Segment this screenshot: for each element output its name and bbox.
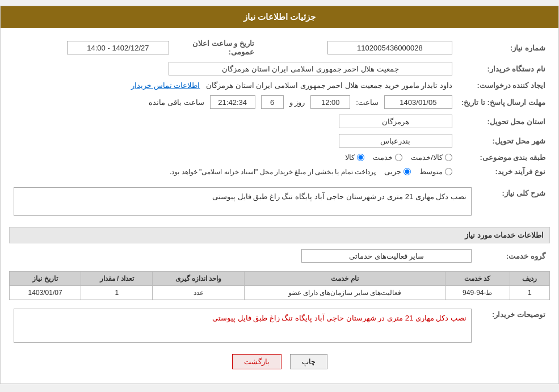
col-kod: کد خدمت [445,272,510,286]
tosifat-label: توصیحات خریدار: [476,306,550,345]
mohlat-label: مهلت ارسال پاسخ: تا تاریخ: [457,92,550,112]
radio-motavasset[interactable] [445,168,452,175]
shahr-value: بندرعباس [339,134,452,147]
radio-jozi-label: جزیی [384,167,401,176]
col-tedad: تعداد / مقدار [81,272,153,286]
radio-kala-khadamat[interactable] [445,154,452,161]
tarikh-aalan-value: 1402/12/27 - 14:00 [67,41,169,54]
ostan-value: هرمزگان [339,115,452,128]
eijad-konande-link[interactable]: اطلاعات تماس خریدار [131,81,200,90]
radio-motavasset-label: متوسط [419,167,443,176]
saat-value: 12:00 [310,95,350,109]
tarikh-aalan-label: تاریخ و ساعت اعلان عمومی: [174,36,259,59]
shomare-niaz-value: 1102005436000028 [327,41,452,54]
radio-kala[interactable] [357,154,364,161]
table-row: 1 ط-94-949 فعالیت‌های سایر سازمان‌های دا… [10,286,550,300]
col-name: نام خدمت [244,272,445,286]
rooz-label: روز و [289,98,305,107]
row-radif: 1 [510,286,549,300]
tosifat-value: نصب دکل مهاری 21 متری در شهرستان حاجی آب… [14,309,472,343]
col-vahed: واحد اندازه گیری [153,272,245,286]
eijad-konande-value: داود تابدار مامور خرید جمعیت هلال احمر ج… [206,81,452,90]
page-title: جزئیات اطلاعات نیاز [1,6,558,28]
gorohe-khadamat-label: گروه خدمت: [476,246,550,265]
back-button[interactable]: بازگشت [232,354,281,369]
radio-khadamat[interactable] [395,154,402,161]
gorohe-khadamat-value: سایر فعالیت‌های خدماتی [301,249,472,263]
saat-label: ساعت: [356,98,379,107]
noe-farayand-label: نوع فرآیند خرید: [457,165,550,179]
print-button[interactable]: چاپ [290,354,327,369]
eijad-konande-label: ایجاد کننده درخواست: [457,78,550,92]
row-name: فعالیت‌های سایر سازمان‌های دارای عضو [244,286,445,300]
radio-khadamat-label: خدمت [373,153,393,162]
sharh-value: نصب دکل مهاری 21 متری در شهرستان حاجی آب… [14,187,472,216]
nam-dastgah-value: جمعیت هلال احمر جمهوری اسلامی ایران استا… [169,62,452,75]
radio-jozi[interactable] [404,168,411,175]
tabaghebandi-label: طبقه بندی موضوعی: [457,150,550,165]
nam-dastgah-label: نام دستگاه خریدار: [457,59,550,78]
shomare-niaz-label: شماره نیاز: [457,36,550,59]
baghimande-label: ساعت باقی مانده [149,98,204,107]
col-tarikh: تاریخ نیاز [10,272,81,286]
farayand-desc: پرداخت تمام یا بخشی از مبلغ خریدار محل "… [170,168,376,176]
row-kod: ط-94-949 [445,286,510,300]
shahr-label: شهر محل تحویل: [457,131,550,150]
row-vahed: عدد [153,286,245,300]
row-tarikh: 1403/01/07 [10,286,81,300]
khadamat-section-header: اطلاعات خدمات مورد نیاز [9,227,550,243]
radio-kala-label: کالا [345,153,355,162]
baghimande-value: 21:42:34 [210,95,255,109]
radio-kala-khadamat-label: کالا/خدمت [411,153,443,162]
col-radif: ردیف [510,272,549,286]
ostan-label: استان محل تحویل: [457,112,550,131]
row-tedad: 1 [81,286,153,300]
tarikh-value: 1403/01/05 [384,95,452,109]
services-table: ردیف کد خدمت نام خدمت واحد اندازه گیری ت… [9,271,550,300]
sharh-label: شرح کلی نیاز: [476,184,550,221]
rooz-value: 6 [261,95,284,109]
